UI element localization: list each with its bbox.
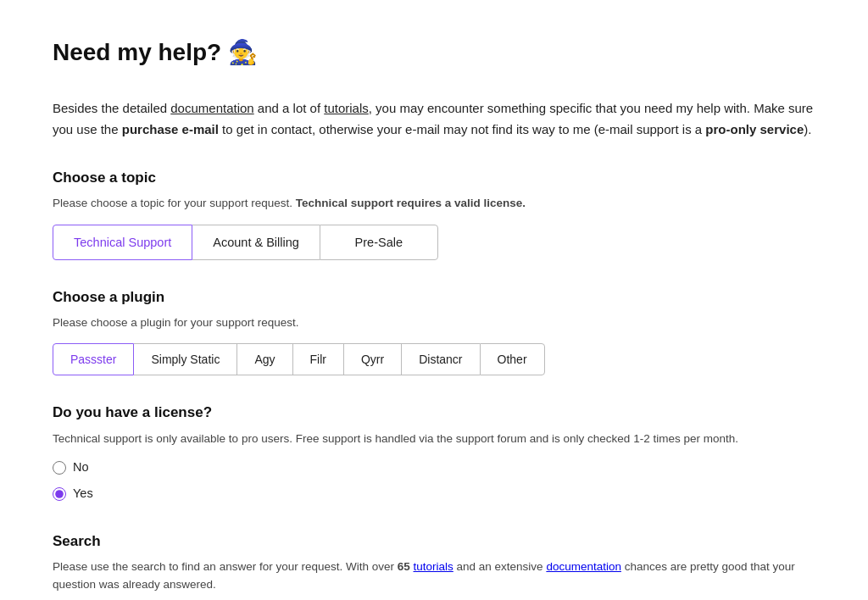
license-no-label[interactable]: No [53,458,815,477]
topic-button-group: Technical Support Acount & Billing Pre-S… [53,225,815,260]
license-yes-label[interactable]: Yes [53,484,815,503]
tutorials-link[interactable]: tutorials [324,101,369,115]
page-title: Need my help? 🧙 [53,34,815,72]
search-doc-link[interactable]: documentation [546,560,621,573]
intro-after-email: to get in contact, otherwise your e-mail… [219,122,705,136]
intro-end: ). [804,122,811,136]
search-section-title: Search [53,530,815,553]
plugin-section: Choose a plugin Please choose a plugin f… [53,286,815,376]
search-description: Please use the search to find an answer … [53,558,815,594]
search-section: Search Please use the search to find an … [53,530,815,600]
topic-section-title: Choose a topic [53,166,815,189]
plugin-btn-distancr[interactable]: Distancr [401,343,479,375]
topic-btn-pre-sale[interactable]: Pre-Sale [320,225,438,260]
topic-btn-technical-support[interactable]: Technical Support [53,225,192,260]
plugin-section-title: Choose a plugin [53,286,815,308]
search-desc-part1: Please use the search to find an answer … [53,560,398,573]
intro-before-doc: Besides the detailed [53,101,170,115]
intro-after-doc: and a lot of [254,101,325,115]
topic-section: Choose a topic Please choose a topic for… [53,166,815,260]
plugin-btn-agy[interactable]: Agy [236,343,292,375]
topic-btn-account-billing[interactable]: Acount & Billing [192,225,320,260]
purchase-email-text: purchase e-mail [122,122,219,136]
plugin-btn-passster[interactable]: Passster [53,343,134,375]
license-section: Do you have a license? Technical support… [53,401,815,503]
plugin-btn-simply-static[interactable]: Simply Static [134,343,236,375]
license-yes-text: Yes [73,484,93,503]
license-section-title: Do you have a license? [53,401,815,424]
topic-subtitle-normal: Please choose a topic for your support r… [53,197,296,209]
documentation-link[interactable]: documentation [170,101,253,115]
tutorial-count: 65 [398,560,410,573]
license-radio-group: No Yes [53,458,815,503]
page-container: Need my help? 🧙 Besides the detailed doc… [27,0,841,600]
topic-subtitle-bold: Technical support requires a valid licen… [296,197,526,209]
intro-text: Besides the detailed documentation and a… [53,97,815,141]
plugin-section-subtitle: Please choose a plugin for your support … [53,314,815,332]
license-no-radio[interactable] [53,461,66,475]
plugin-btn-filr[interactable]: Filr [292,343,343,375]
pro-only-text: pro-only service [705,122,804,136]
search-tutorials-link[interactable]: tutorials [414,560,453,573]
topic-section-subtitle: Please choose a topic for your support r… [53,194,815,213]
search-desc-part2: and an extensive [453,560,547,573]
plugin-button-group: Passster Simply Static Agy Filr Qyrr Dis… [53,343,815,375]
plugin-btn-qyrr[interactable]: Qyrr [343,343,401,375]
license-no-text: No [73,458,89,477]
plugin-btn-other[interactable]: Other [480,343,545,375]
license-info: Technical support is only available to p… [53,430,815,448]
license-yes-radio[interactable] [53,487,66,501]
